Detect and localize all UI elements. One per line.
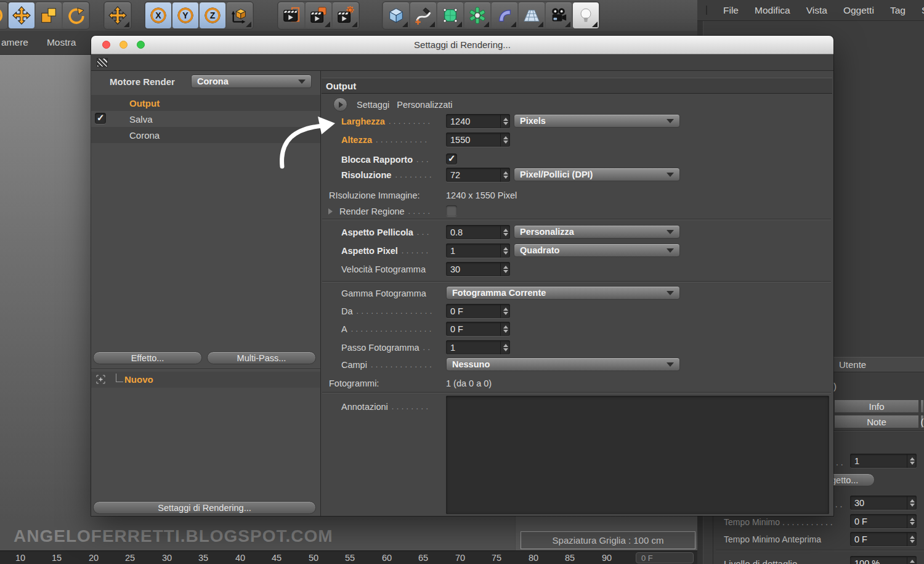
stepper[interactable] (907, 556, 917, 564)
stepper[interactable] (500, 114, 510, 128)
render-regione-checkbox[interactable] (446, 205, 457, 216)
altezza-input[interactable]: 1550 (446, 133, 510, 147)
note-button[interactable]: Note (834, 415, 919, 428)
axis-z-button[interactable]: Z (200, 2, 225, 28)
scale-tool-icon (39, 6, 58, 25)
stepper[interactable] (500, 262, 510, 276)
move-tool-button[interactable] (9, 2, 34, 28)
rotate-tool-button[interactable] (63, 2, 89, 28)
aspetto-pellicola-dropdown[interactable]: Personalizza (514, 225, 680, 239)
stepper[interactable] (500, 322, 510, 336)
larghezza-input[interactable]: 1240 (446, 114, 510, 128)
output-section-header: Output (322, 78, 832, 94)
viewport-menu-camere[interactable]: amere (1, 37, 28, 48)
add-cube-button[interactable] (383, 2, 409, 28)
stepper[interactable] (500, 304, 510, 318)
stepper[interactable] (907, 514, 917, 528)
stepper[interactable] (500, 243, 510, 258)
aspetto-pixel-input[interactable]: 1 (446, 243, 510, 258)
motore-render-dropdown[interactable]: Corona (191, 75, 312, 88)
da-input[interactable]: 0 F (446, 304, 510, 318)
stepper[interactable] (907, 532, 917, 546)
add-subdivision-button[interactable] (437, 2, 463, 28)
preset-disclosure-button[interactable] (333, 97, 347, 112)
tree-item-corona[interactable]: Corona (91, 127, 320, 143)
menu-oggetti[interactable]: Oggetti (843, 5, 874, 16)
dialog-titlebar[interactable]: Settaggi di Rendering... (91, 36, 833, 54)
timeline-ruler[interactable]: 10 15 20 25 30 35 40 45 50 55 60 65 70 7… (0, 550, 697, 564)
coordinate-system-button[interactable] (227, 2, 253, 28)
passo-fotogramma-row: Passo Fotogramma . . 1 (341, 340, 830, 354)
move-axis-icon (108, 6, 127, 25)
a-input[interactable]: 0 F (446, 322, 510, 336)
annotazioni-textarea[interactable] (446, 396, 829, 514)
timeline-tick: 50 (309, 553, 318, 563)
add-camera-button[interactable] (546, 2, 572, 28)
axis-y-button[interactable]: Y (172, 2, 198, 28)
disclosure-triangle-icon[interactable] (328, 208, 333, 215)
blocca-rapporto-checkbox[interactable] (446, 153, 457, 165)
velocita-fotogramma-input[interactable]: 30 (446, 262, 510, 276)
cinema4d-screen: X Y Z (0, 0, 924, 564)
aspetto-pellicola-input[interactable]: 0.8 (446, 225, 510, 239)
tree-item-salva[interactable]: Salva (91, 111, 320, 127)
tree-item-output[interactable]: Output (91, 95, 320, 111)
stepper[interactable] (907, 496, 917, 510)
campi-dropdown[interactable]: Nessuno (446, 358, 680, 371)
viewport-menu-mostra[interactable]: Mostra (47, 37, 76, 48)
menu-modifica[interactable]: Modifica (755, 5, 790, 16)
render-view-button[interactable] (278, 2, 304, 28)
axis-x-button[interactable]: X (145, 2, 171, 28)
timeline-tick: 60 (382, 553, 392, 563)
stepper[interactable] (500, 133, 510, 147)
da-row: Da . . . . . . . . . . . . . . . . 0 F (341, 304, 830, 318)
gamma-fotogramma-dropdown[interactable]: Fotogramma Corrente (446, 286, 680, 300)
aspetto-pixel-dropdown[interactable]: Quadrato (514, 243, 680, 257)
livello-field[interactable]: 100 % (850, 556, 917, 564)
menu-tag[interactable]: Tag (890, 5, 906, 16)
larghezza-unit-dropdown[interactable]: Pixels (514, 114, 680, 128)
render-regione-row: Render Regione . . . . . (328, 204, 830, 218)
rotate-partial-icon[interactable] (0, 2, 7, 28)
altezza-label: Altezza (341, 135, 372, 145)
tempo-minimo-field[interactable]: 0 F (850, 514, 917, 528)
passo-fotogramma-label: Passo Fotogramma (341, 343, 419, 353)
menu-vista[interactable]: Vista (806, 5, 827, 16)
menu-s-cut[interactable]: S (922, 5, 924, 16)
timeline-tick: 55 (345, 553, 355, 563)
risoluzione-input[interactable]: 72 (446, 168, 510, 182)
info-button[interactable]: Info (834, 399, 919, 413)
add-deformer-button[interactable] (492, 2, 517, 28)
toolbar-group-objects (382, 1, 600, 30)
risoluzione-unit-dropdown[interactable]: Pixel/Pollici (DPI) (514, 168, 680, 181)
blocca-rapporto-row: Blocca Rapporto . . . (341, 152, 830, 166)
add-spline-button[interactable] (410, 2, 436, 28)
multipass-button[interactable]: Multi-Pass... (207, 351, 316, 364)
salva-checkbox[interactable] (95, 113, 106, 124)
stepper[interactable] (500, 340, 510, 354)
tab-utente[interactable]: Utente (830, 357, 924, 372)
stepper[interactable] (907, 454, 917, 468)
hidden-value-field[interactable]: 1 (850, 454, 917, 468)
add-cloner-button[interactable] (464, 2, 490, 28)
render-settings-bottom-button[interactable]: Settaggi di Rendering... (93, 501, 316, 514)
effetto-button[interactable]: Effetto... (93, 351, 202, 364)
nuovo-row[interactable]: Nuovo (91, 372, 320, 388)
render-settings-button[interactable] (333, 2, 359, 28)
passo-fotogramma-input[interactable]: 1 (446, 340, 510, 354)
timeline-tick: 70 (455, 553, 465, 563)
dialog-content-pane: Output Settaggi Personalizzati Larghezza… (320, 71, 833, 516)
field-30[interactable]: 30 (850, 496, 917, 510)
stepper[interactable] (500, 225, 510, 239)
add-light-button[interactable] (573, 2, 599, 28)
stepper[interactable] (500, 168, 510, 182)
render-picture-viewer-button[interactable] (306, 2, 331, 28)
toolbar-group-axis: X Y Z (144, 1, 254, 30)
menu-file[interactable]: File (723, 5, 739, 16)
move-axis-button[interactable] (105, 2, 131, 28)
add-floor-button[interactable] (519, 2, 545, 28)
timeline-tick: 30 (162, 553, 172, 563)
scale-tool-button[interactable] (36, 2, 62, 28)
timeline-frame-field[interactable]: 0 F (636, 552, 694, 563)
tempo-anteprima-field[interactable]: 0 F (850, 532, 917, 546)
